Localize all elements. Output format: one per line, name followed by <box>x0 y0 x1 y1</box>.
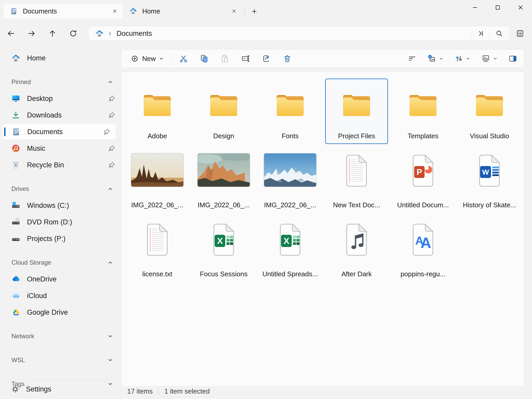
file-excel-icon: X <box>278 217 303 256</box>
sidebar-section-header-drives[interactable]: Drives <box>0 181 121 197</box>
new-plus-icon <box>130 54 139 63</box>
tab-close-button[interactable] <box>229 6 239 16</box>
copy-button[interactable] <box>197 51 212 66</box>
pin-button[interactable] <box>107 110 117 120</box>
chevron-down-icon <box>159 56 164 61</box>
toolbar-right-actions <box>406 51 519 66</box>
file-tile-untitled-docum[interactable]: PUntitled Docum... <box>392 148 454 213</box>
sidebar-item-dvd-rom-d[interactable]: DVD Rom (D:) <box>0 214 121 230</box>
minimize-button[interactable] <box>467 0 483 15</box>
file-tile-license-txt[interactable]: license.txt <box>126 217 189 282</box>
home-icon <box>11 54 20 63</box>
pin-button[interactable] <box>107 160 117 170</box>
rename-button[interactable] <box>238 51 253 66</box>
refresh-button[interactable] <box>66 26 80 41</box>
file-tile-poppins-regu[interactable]: AApoppins-regu... <box>392 217 454 282</box>
preview-pane-button[interactable] <box>507 51 519 66</box>
folder-icon <box>141 79 173 118</box>
pin-button[interactable] <box>107 94 117 104</box>
sort-button[interactable] <box>453 51 472 66</box>
file-tile-img-2022-06[interactable]: IMG_2022_06_... <box>259 148 322 213</box>
preview-list-icon <box>516 29 524 38</box>
file-tile-history-of-skate[interactable]: WHistory of Skate... <box>458 148 521 213</box>
goto-last-location-button[interactable] <box>474 27 488 40</box>
onedrive-icon <box>11 275 20 284</box>
sidebar-item-label: Downloads <box>27 111 107 119</box>
sidebar-section-header-pinned[interactable]: Pinned <box>0 74 121 90</box>
file-name: Project Files <box>338 132 375 140</box>
sidebar-section-pinned: PinnedDesktopDownloadsDocumentsMusicRecy… <box>0 74 121 173</box>
sidebar-item-onedrive[interactable]: OneDrive <box>0 271 121 287</box>
sidebar-item-projects-p[interactable]: Projects (P:) <box>0 230 121 247</box>
address-bar[interactable]: Documents <box>88 26 510 41</box>
close-button[interactable] <box>513 0 528 15</box>
folder-tile-templates[interactable]: Templates <box>392 79 454 144</box>
file-tile-new-text-doc[interactable]: New Text Doc... <box>325 148 388 213</box>
section-label: Network <box>11 333 107 340</box>
folder-tile-project-files[interactable]: Project Files <box>325 79 388 144</box>
share-icon <box>262 54 271 63</box>
search-button[interactable] <box>492 27 506 40</box>
tab-close-button[interactable] <box>110 6 120 16</box>
folder-tile-adobe[interactable]: Adobe <box>126 79 189 144</box>
pin-button[interactable] <box>107 143 117 153</box>
maximize-button[interactable] <box>490 0 506 15</box>
navigation-bar: Documents <box>0 19 532 48</box>
paste-button[interactable] <box>218 51 232 66</box>
tabs-container: DocumentsHome <box>0 4 242 19</box>
file-tile-img-2022-06[interactable]: IMG_2022_06_... <box>192 148 255 213</box>
filter-button[interactable] <box>406 51 418 66</box>
back-button[interactable] <box>4 26 18 41</box>
sidebar-item-desktop[interactable]: Desktop <box>0 90 121 107</box>
sidebar-item-label: Music <box>27 145 107 153</box>
tab-documents[interactable]: Documents <box>4 4 123 19</box>
sidebar-item-label: Documents <box>27 128 102 136</box>
file-tile-after-dark[interactable]: After Dark <box>325 217 388 282</box>
music-icon <box>11 144 20 153</box>
sidebar-item-google-drive[interactable]: Google Drive <box>0 304 121 321</box>
icloud-icon <box>11 291 20 300</box>
folder-tile-fonts[interactable]: Fonts <box>259 79 322 144</box>
file-tile-focus-sessions[interactable]: XFocus Sessions <box>192 217 255 282</box>
breadcrumb-home[interactable] <box>92 27 107 40</box>
sidebar-section-header-wsl[interactable]: WSL <box>0 352 121 368</box>
selection-count: 1 item selected <box>164 387 210 395</box>
preview-list-button[interactable] <box>513 26 527 41</box>
sidebar-item-home[interactable]: Home <box>0 50 121 66</box>
delete-button[interactable] <box>280 51 295 66</box>
sidebar-item-documents[interactable]: Documents <box>2 123 116 140</box>
new-tab-button[interactable] <box>248 5 260 17</box>
section-label: WSL <box>11 356 107 364</box>
folder-tile-visual-studio[interactable]: Visual Studio <box>458 79 521 144</box>
forward-button[interactable] <box>24 26 39 41</box>
view-button[interactable] <box>480 51 499 66</box>
home-icon <box>129 7 137 15</box>
file-tile-img-2022-06[interactable]: IMG_2022_06_... <box>126 148 189 213</box>
up-button[interactable] <box>45 26 60 41</box>
documents-icon <box>12 127 21 136</box>
sidebar-item-recycle-bin[interactable]: Recycle Bin <box>0 157 121 173</box>
sidebar-item-windows-c[interactable]: Windows (C:) <box>0 197 121 214</box>
sidebar-item-downloads[interactable]: Downloads <box>0 107 121 123</box>
copy-icon <box>200 54 209 63</box>
select-button[interactable] <box>426 51 445 66</box>
chevron-down-icon <box>107 333 113 339</box>
chevron-down-icon <box>493 56 497 61</box>
cut-button[interactable] <box>176 51 191 66</box>
share-button[interactable] <box>259 51 274 66</box>
refresh-icon <box>69 29 78 38</box>
svg-text:W: W <box>482 168 489 176</box>
pin-button[interactable] <box>102 127 112 137</box>
sidebar-section-header-cloud-storage[interactable]: Cloud Storage <box>0 254 121 271</box>
svg-text:P: P <box>417 167 422 177</box>
file-tile-untitled-spreads[interactable]: XUntitled Spreads... <box>259 217 322 282</box>
file-name: license.txt <box>142 270 172 278</box>
sidebar-section-header-network[interactable]: Network <box>0 328 121 345</box>
folder-tile-design[interactable]: Design <box>192 79 255 144</box>
sidebar-item-music[interactable]: Music <box>0 140 121 157</box>
breadcrumb-documents[interactable]: Documents <box>113 27 155 40</box>
new-button[interactable]: New <box>127 51 168 66</box>
sidebar-item-settings[interactable]: Settings <box>0 381 116 397</box>
sidebar-item-icloud[interactable]: iCloud <box>0 287 121 304</box>
tab-home[interactable]: Home <box>123 4 242 19</box>
